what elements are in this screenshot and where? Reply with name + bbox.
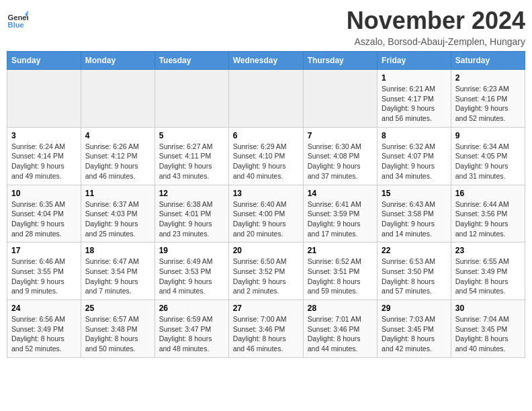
calendar-cell: 9Sunrise: 6:34 AM Sunset: 4:05 PM Daylig… bbox=[451, 127, 525, 185]
day-number: 1 bbox=[382, 73, 447, 83]
day-info: Sunrise: 6:43 AM Sunset: 3:58 PM Dayligh… bbox=[382, 199, 447, 239]
day-header-saturday: Saturday bbox=[451, 52, 525, 70]
calendar-cell: 23Sunrise: 6:55 AM Sunset: 3:49 PM Dayli… bbox=[451, 242, 525, 300]
day-header-wednesday: Wednesday bbox=[228, 52, 303, 70]
day-info: Sunrise: 7:04 AM Sunset: 3:45 PM Dayligh… bbox=[455, 314, 521, 354]
calendar-week-2: 3Sunrise: 6:24 AM Sunset: 4:14 PM Daylig… bbox=[7, 127, 525, 185]
month-title: November 2024 bbox=[347, 7, 525, 35]
calendar-cell: 20Sunrise: 6:50 AM Sunset: 3:52 PM Dayli… bbox=[228, 242, 303, 300]
location-subtitle: Aszalo, Borsod-Abauj-Zemplen, Hungary bbox=[347, 36, 525, 47]
calendar-cell: 10Sunrise: 6:35 AM Sunset: 4:04 PM Dayli… bbox=[7, 185, 81, 242]
calendar-cell: 12Sunrise: 6:38 AM Sunset: 4:01 PM Dayli… bbox=[154, 185, 228, 242]
calendar-header-row: SundayMondayTuesdayWednesdayThursdayFrid… bbox=[7, 52, 525, 70]
day-info: Sunrise: 7:00 AM Sunset: 3:46 PM Dayligh… bbox=[233, 314, 299, 354]
day-info: Sunrise: 6:44 AM Sunset: 3:56 PM Dayligh… bbox=[455, 199, 521, 239]
day-info: Sunrise: 6:47 AM Sunset: 3:54 PM Dayligh… bbox=[85, 257, 150, 296]
day-info: Sunrise: 7:03 AM Sunset: 3:45 PM Dayligh… bbox=[382, 314, 447, 354]
day-info: Sunrise: 7:01 AM Sunset: 3:46 PM Dayligh… bbox=[308, 314, 373, 354]
calendar-cell: 24Sunrise: 6:56 AM Sunset: 3:49 PM Dayli… bbox=[7, 300, 81, 358]
day-number: 8 bbox=[382, 131, 447, 140]
calendar-cell: 28Sunrise: 7:01 AM Sunset: 3:46 PM Dayli… bbox=[303, 300, 377, 358]
svg-text:Blue: Blue bbox=[8, 21, 24, 29]
day-number: 15 bbox=[382, 189, 447, 198]
day-number: 10 bbox=[11, 189, 77, 198]
day-number: 27 bbox=[233, 304, 299, 313]
day-number: 28 bbox=[308, 304, 373, 313]
day-info: Sunrise: 6:55 AM Sunset: 3:49 PM Dayligh… bbox=[455, 257, 521, 296]
day-info: Sunrise: 6:38 AM Sunset: 4:01 PM Dayligh… bbox=[159, 199, 224, 239]
day-number: 3 bbox=[11, 131, 77, 140]
calendar-week-5: 24Sunrise: 6:56 AM Sunset: 3:49 PM Dayli… bbox=[7, 300, 525, 358]
day-number: 22 bbox=[382, 246, 447, 255]
calendar-cell: 3Sunrise: 6:24 AM Sunset: 4:14 PM Daylig… bbox=[7, 127, 81, 185]
day-info: Sunrise: 6:41 AM Sunset: 3:59 PM Dayligh… bbox=[308, 199, 373, 239]
calendar-cell: 30Sunrise: 7:04 AM Sunset: 3:45 PM Dayli… bbox=[451, 300, 525, 358]
calendar-cell: 2Sunrise: 6:23 AM Sunset: 4:16 PM Daylig… bbox=[451, 70, 525, 128]
day-number: 17 bbox=[11, 246, 77, 255]
calendar-cell: 21Sunrise: 6:52 AM Sunset: 3:51 PM Dayli… bbox=[303, 242, 377, 300]
day-number: 13 bbox=[233, 189, 299, 198]
svg-text:General: General bbox=[8, 13, 28, 21]
day-info: Sunrise: 6:56 AM Sunset: 3:49 PM Dayligh… bbox=[11, 314, 77, 354]
calendar-cell bbox=[81, 70, 154, 128]
calendar-cell: 14Sunrise: 6:41 AM Sunset: 3:59 PM Dayli… bbox=[303, 185, 377, 242]
day-info: Sunrise: 6:24 AM Sunset: 4:14 PM Dayligh… bbox=[11, 142, 77, 181]
day-number: 24 bbox=[11, 304, 77, 313]
calendar-week-3: 10Sunrise: 6:35 AM Sunset: 4:04 PM Dayli… bbox=[7, 185, 525, 242]
day-number: 23 bbox=[455, 246, 521, 255]
calendar-cell bbox=[154, 70, 228, 128]
calendar-cell: 29Sunrise: 7:03 AM Sunset: 3:45 PM Dayli… bbox=[378, 300, 451, 358]
day-info: Sunrise: 6:30 AM Sunset: 4:08 PM Dayligh… bbox=[308, 142, 373, 181]
day-number: 30 bbox=[455, 304, 521, 313]
day-number: 12 bbox=[159, 189, 224, 198]
day-number: 16 bbox=[455, 189, 521, 198]
calendar-cell: 5Sunrise: 6:27 AM Sunset: 4:11 PM Daylig… bbox=[154, 127, 228, 185]
calendar-week-4: 17Sunrise: 6:46 AM Sunset: 3:55 PM Dayli… bbox=[7, 242, 525, 300]
calendar-week-1: 1Sunrise: 6:21 AM Sunset: 4:17 PM Daylig… bbox=[7, 70, 525, 128]
day-header-tuesday: Tuesday bbox=[154, 52, 228, 70]
day-number: 14 bbox=[308, 189, 373, 198]
day-info: Sunrise: 6:32 AM Sunset: 4:07 PM Dayligh… bbox=[382, 142, 447, 181]
day-info: Sunrise: 6:35 AM Sunset: 4:04 PM Dayligh… bbox=[11, 199, 77, 239]
day-info: Sunrise: 6:40 AM Sunset: 4:00 PM Dayligh… bbox=[233, 199, 299, 239]
day-header-sunday: Sunday bbox=[7, 52, 81, 70]
day-info: Sunrise: 6:59 AM Sunset: 3:47 PM Dayligh… bbox=[159, 314, 224, 354]
title-block: November 2024 Aszalo, Borsod-Abauj-Zempl… bbox=[347, 7, 525, 47]
calendar-body: 1Sunrise: 6:21 AM Sunset: 4:17 PM Daylig… bbox=[7, 70, 525, 358]
header: General Blue November 2024 Aszalo, Borso… bbox=[7, 7, 525, 47]
day-header-friday: Friday bbox=[378, 52, 451, 70]
calendar-cell bbox=[228, 70, 303, 128]
calendar-cell: 11Sunrise: 6:37 AM Sunset: 4:03 PM Dayli… bbox=[81, 185, 154, 242]
day-info: Sunrise: 6:34 AM Sunset: 4:05 PM Dayligh… bbox=[455, 142, 521, 181]
calendar-cell: 16Sunrise: 6:44 AM Sunset: 3:56 PM Dayli… bbox=[451, 185, 525, 242]
calendar-cell: 25Sunrise: 6:57 AM Sunset: 3:48 PM Dayli… bbox=[81, 300, 154, 358]
day-header-monday: Monday bbox=[81, 52, 154, 70]
day-number: 7 bbox=[308, 131, 373, 140]
day-number: 2 bbox=[455, 73, 521, 83]
logo: General Blue bbox=[7, 9, 28, 31]
calendar-cell: 15Sunrise: 6:43 AM Sunset: 3:58 PM Dayli… bbox=[378, 185, 451, 242]
day-info: Sunrise: 6:37 AM Sunset: 4:03 PM Dayligh… bbox=[85, 199, 150, 239]
calendar-cell bbox=[7, 70, 81, 128]
day-number: 9 bbox=[455, 131, 521, 140]
calendar-cell: 8Sunrise: 6:32 AM Sunset: 4:07 PM Daylig… bbox=[378, 127, 451, 185]
svg-marker-3 bbox=[25, 11, 28, 14]
day-header-thursday: Thursday bbox=[303, 52, 377, 70]
day-info: Sunrise: 6:21 AM Sunset: 4:17 PM Dayligh… bbox=[382, 84, 447, 124]
day-info: Sunrise: 6:53 AM Sunset: 3:50 PM Dayligh… bbox=[382, 257, 447, 296]
calendar-cell: 4Sunrise: 6:26 AM Sunset: 4:12 PM Daylig… bbox=[81, 127, 154, 185]
calendar-cell: 27Sunrise: 7:00 AM Sunset: 3:46 PM Dayli… bbox=[228, 300, 303, 358]
calendar-cell: 6Sunrise: 6:29 AM Sunset: 4:10 PM Daylig… bbox=[228, 127, 303, 185]
calendar-cell: 18Sunrise: 6:47 AM Sunset: 3:54 PM Dayli… bbox=[81, 242, 154, 300]
calendar-cell: 1Sunrise: 6:21 AM Sunset: 4:17 PM Daylig… bbox=[378, 70, 451, 128]
day-number: 20 bbox=[233, 246, 299, 255]
day-info: Sunrise: 6:50 AM Sunset: 3:52 PM Dayligh… bbox=[233, 257, 299, 296]
day-info: Sunrise: 6:29 AM Sunset: 4:10 PM Dayligh… bbox=[233, 142, 299, 181]
day-info: Sunrise: 6:26 AM Sunset: 4:12 PM Dayligh… bbox=[85, 142, 150, 181]
day-info: Sunrise: 6:52 AM Sunset: 3:51 PM Dayligh… bbox=[308, 257, 373, 296]
day-number: 26 bbox=[159, 304, 224, 313]
day-info: Sunrise: 6:27 AM Sunset: 4:11 PM Dayligh… bbox=[159, 142, 224, 181]
calendar-cell: 7Sunrise: 6:30 AM Sunset: 4:08 PM Daylig… bbox=[303, 127, 377, 185]
day-info: Sunrise: 6:46 AM Sunset: 3:55 PM Dayligh… bbox=[11, 257, 77, 296]
day-number: 19 bbox=[159, 246, 224, 255]
